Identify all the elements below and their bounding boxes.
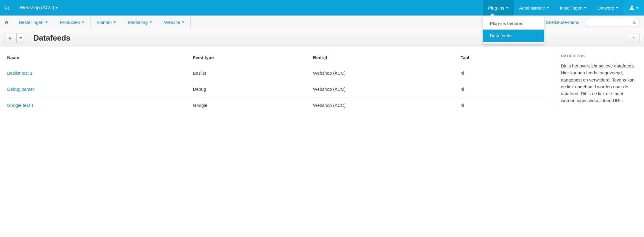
home-icon [4,20,9,25]
dropdown-arrow-icon [490,13,495,16]
th-company[interactable]: Bedrijf [310,50,458,65]
secnav-producten[interactable]: Producten [54,16,91,29]
caret-down-icon [636,7,639,9]
caret-down-icon [150,21,152,23]
sidebar-heading: DATAFEEDS [561,54,638,58]
plugins-dropdown: Plug-ins beheren Data feeds [483,16,544,44]
secnav-bestellingen[interactable]: Bestellingen [13,16,54,29]
feed-link[interactable]: Debug parser [7,87,34,92]
caret-down-icon [584,7,587,9]
cell-type: Debug [190,81,310,97]
search-wrap [585,16,644,29]
search-icon[interactable] [633,20,637,24]
feed-link[interactable]: Google test 1 [7,103,34,108]
topnav-label: Plug-ins [488,5,504,10]
caret-down-icon [616,7,618,9]
sidebar-text: Dit is het overzicht actieve datafeeds. … [561,62,638,104]
cell-lang: nl [458,97,550,113]
cart-icon[interactable] [0,5,14,10]
caret-down-icon [82,21,84,23]
topbar: Webshop (ACC) Plug-ins Plug-ins beheren … [0,0,644,16]
search-input[interactable] [585,18,640,27]
caret-down-icon [20,37,22,39]
table-row: Debug parser Debug Webshop (ACC) nl [4,81,550,97]
cell-type: Google [190,97,310,113]
topnav-administratie[interactable]: Administratie [514,0,555,16]
topbar-left: Webshop (ACC) [0,0,63,16]
secnav-klanten[interactable]: Klanten [91,16,122,29]
topnav-label: Administratie [519,5,545,10]
caret-down-icon [506,7,508,9]
dropdown-item-label: Data feeds [490,33,512,38]
cell-lang: nl [458,65,550,81]
home-button[interactable] [0,16,13,29]
cell-company: Webshop (ACC) [310,97,458,113]
topnav-ontwerp[interactable]: Ontwerp [592,0,624,16]
caret-down-icon [113,21,116,23]
back-button[interactable] [4,33,17,43]
topnav-label: Ontwerp [597,5,614,10]
caret-down-icon [45,21,48,23]
table-header-row: Naam Feed type Bedrijf Taal [4,50,550,65]
topnav-label: Instellingen [560,5,582,10]
cell-lang: nl [458,81,550,97]
table-row: Google test 1 Google Webshop (ACC) nl [4,97,550,113]
cell-company: Webshop (ACC) [310,81,458,97]
dropdown-item-manage[interactable]: Plug-ins beheren [483,17,544,30]
user-menu[interactable] [624,0,644,16]
secnav-website[interactable]: Website [158,16,191,29]
secnav-label: Bestellingen [19,20,43,25]
cell-type: Beslist [190,65,310,81]
table-row: Beslist test 1 Beslist Webshop (ACC) nl [4,65,550,81]
topnav-instellingen[interactable]: Instellingen [554,0,592,16]
plus-icon: + [632,35,636,41]
secnav-label: Producten [60,20,80,25]
back-button-group [4,33,25,43]
content: Naam Feed type Bedrijf Taal Beslist test… [0,47,555,113]
secnav-marketing[interactable]: Marketing [122,16,158,29]
dropdown-item-label: Plug-ins beheren [490,21,524,26]
sidebar: DATAFEEDS Dit is het overzicht actieve d… [555,47,644,113]
dropdown-item-datafeeds[interactable]: Data feeds [483,30,544,42]
arrow-left-icon [8,36,13,41]
th-lang[interactable]: Taal [458,50,550,65]
cell-company: Webshop (ACC) [310,65,458,81]
quick-menu-label: Snelkeuze-menu [546,20,579,25]
page-header: Datafeeds + [0,29,644,47]
secnav-label: Website [164,20,180,25]
th-type[interactable]: Feed type [190,50,310,65]
feed-link[interactable]: Beslist test 1 [7,70,32,76]
add-button[interactable]: + [628,33,640,43]
topbar-right: Plug-ins Plug-ins beheren Data feeds Adm… [483,0,644,16]
secondary-nav: Bestellingen Producten Klanten Marketing… [0,16,644,29]
topnav-plugins[interactable]: Plug-ins Plug-ins beheren Data feeds [483,0,514,16]
caret-down-icon [182,21,184,23]
shop-name: Webshop (ACC) [20,5,54,10]
th-name[interactable]: Naam [4,50,190,65]
page-title: Datafeeds [33,33,70,43]
secnav-label: Marketing [128,20,148,25]
main: Naam Feed type Bedrijf Taal Beslist test… [0,47,644,113]
datafeeds-table: Naam Feed type Bedrijf Taal Beslist test… [4,50,550,113]
back-dropdown[interactable] [17,33,25,43]
secnav-label: Klanten [97,20,112,25]
user-icon [629,5,634,10]
caret-down-icon [55,7,58,9]
quick-menu[interactable]: Snelkeuze-menu [540,16,585,29]
caret-down-icon [547,7,549,9]
shop-switcher[interactable]: Webshop (ACC) [14,5,63,10]
